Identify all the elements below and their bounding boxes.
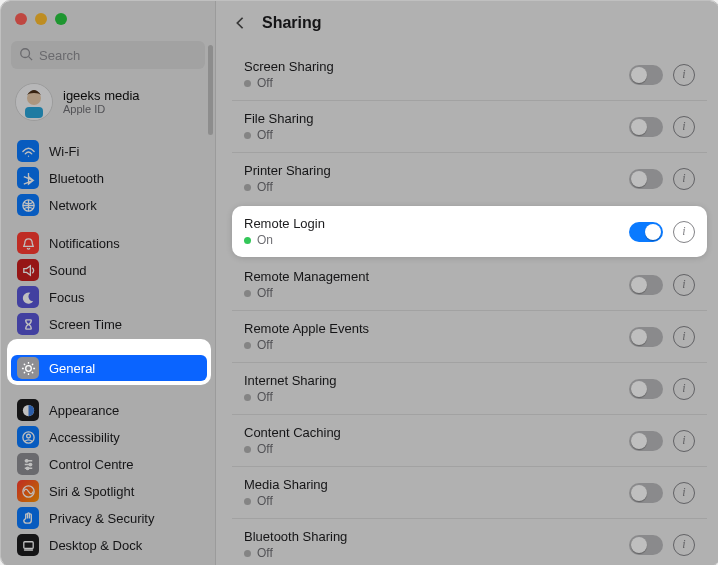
toggle-printer-sharing[interactable] (629, 169, 663, 189)
sidebar-item-wifi[interactable]: Wi-Fi (11, 138, 207, 164)
back-button[interactable] (228, 11, 252, 35)
info-button-content-caching[interactable]: i (673, 430, 695, 452)
sharing-list: Screen SharingOffiFile SharingOffiPrinte… (216, 49, 718, 565)
toggle-internet-sharing[interactable] (629, 379, 663, 399)
row-controls: i (629, 168, 695, 190)
info-button-remote-login[interactable]: i (673, 221, 695, 243)
sidebar-item-siri[interactable]: Siri & Spotlight (11, 478, 207, 504)
svg-point-10 (25, 459, 27, 461)
info-button-printer-sharing[interactable]: i (673, 168, 695, 190)
row-remote-login[interactable]: Remote LoginOni (232, 206, 707, 257)
info-icon: i (682, 171, 685, 186)
svg-rect-14 (23, 541, 32, 548)
hourglass-icon-tile (17, 313, 39, 335)
sidebar-item-notifications[interactable]: Notifications (11, 230, 207, 256)
info-button-remote-management[interactable]: i (673, 274, 695, 296)
sidebar-scrollbar[interactable] (208, 45, 213, 135)
info-button-bluetooth-sharing[interactable]: i (673, 534, 695, 556)
status-text: On (257, 233, 273, 247)
person-icon-tile (17, 426, 39, 448)
sidebar-item-label: Control Centre (49, 457, 134, 472)
info-button-media-sharing[interactable]: i (673, 482, 695, 504)
wifi-icon (21, 144, 36, 159)
status-text: Off (257, 546, 273, 560)
toggle-file-sharing[interactable] (629, 117, 663, 137)
hand-icon-tile (17, 507, 39, 529)
row-content-caching[interactable]: Content CachingOffi (232, 414, 707, 466)
svg-point-0 (21, 49, 30, 58)
close-window-button[interactable] (15, 13, 27, 25)
row-screen-sharing[interactable]: Screen SharingOffi (232, 49, 707, 100)
row-media-sharing[interactable]: Media SharingOffi (232, 466, 707, 518)
bt-icon (21, 171, 36, 186)
zoom-window-button[interactable] (55, 13, 67, 25)
avatar (15, 83, 53, 121)
apple-id-account-row[interactable]: igeeks media Apple ID (1, 79, 215, 133)
search-input[interactable] (11, 41, 205, 69)
row-title: Remote Management (244, 269, 629, 284)
minimize-window-button[interactable] (35, 13, 47, 25)
sidebar-item-label: Appearance (49, 403, 119, 418)
sidebar-item-desktop[interactable]: Desktop & Dock (11, 532, 207, 558)
toggle-content-caching[interactable] (629, 431, 663, 451)
svg-rect-15 (23, 549, 32, 550)
wifi-icon-tile (17, 140, 39, 162)
row-title: Bluetooth Sharing (244, 529, 629, 544)
account-text: igeeks media Apple ID (63, 88, 140, 117)
hand-icon (21, 511, 36, 526)
sidebar-item-privacy[interactable]: Privacy & Security (11, 505, 207, 531)
status-text: Off (257, 180, 273, 194)
row-bluetooth-sharing[interactable]: Bluetooth SharingOffi (232, 518, 707, 565)
row-printer-sharing[interactable]: Printer SharingOffi (232, 152, 707, 204)
sidebar-item-sound[interactable]: Sound (11, 257, 207, 283)
toggle-bluetooth-sharing[interactable] (629, 535, 663, 555)
sidebar-item-general[interactable]: General (11, 355, 207, 381)
siri-icon (21, 484, 36, 499)
row-remote-management[interactable]: Remote ManagementOffi (232, 259, 707, 310)
info-button-screen-sharing[interactable]: i (673, 64, 695, 86)
page-title: Sharing (262, 14, 322, 32)
row-remote-apple-events[interactable]: Remote Apple EventsOffi (232, 310, 707, 362)
toggle-remote-management[interactable] (629, 275, 663, 295)
sidebar-item-appearance[interactable]: Appearance (11, 397, 207, 423)
row-file-sharing[interactable]: File SharingOffi (232, 100, 707, 152)
row-text: Remote ManagementOff (244, 269, 629, 300)
sidebar-item-focus[interactable]: Focus (11, 284, 207, 310)
sidebar-item-accessibility[interactable]: Accessibility (11, 424, 207, 450)
info-icon: i (682, 537, 685, 552)
row-internet-sharing[interactable]: Internet SharingOffi (232, 362, 707, 414)
toggle-knob (631, 485, 647, 501)
row-status: Off (244, 442, 629, 456)
toggle-knob (631, 171, 647, 187)
sidebar-item-screentime[interactable]: Screen Time (11, 311, 207, 337)
appearance-icon-tile (17, 399, 39, 421)
info-icon: i (682, 277, 685, 292)
gear-icon-tile (17, 357, 39, 379)
sidebar-item-controlcentre[interactable]: Control Centre (11, 451, 207, 477)
sidebar-item-label: Notifications (49, 236, 120, 251)
row-controls: i (629, 64, 695, 86)
row-status: Off (244, 494, 629, 508)
row-controls: i (629, 378, 695, 400)
toggle-remote-apple-events[interactable] (629, 327, 663, 347)
toggle-knob (645, 224, 661, 240)
row-text: Remote LoginOn (244, 216, 629, 247)
bell-icon (21, 236, 36, 251)
row-text: Media SharingOff (244, 477, 629, 508)
row-controls: i (629, 534, 695, 556)
bt-icon-tile (17, 167, 39, 189)
gear-icon (21, 361, 36, 376)
info-button-internet-sharing[interactable]: i (673, 378, 695, 400)
svg-point-9 (26, 434, 30, 438)
info-button-remote-apple-events[interactable]: i (673, 326, 695, 348)
row-status: Off (244, 128, 629, 142)
info-button-file-sharing[interactable]: i (673, 116, 695, 138)
toggle-screen-sharing[interactable] (629, 65, 663, 85)
dock-icon-tile (17, 534, 39, 556)
toggle-remote-login[interactable] (629, 222, 663, 242)
sidebar-item-label: Accessibility (49, 430, 120, 445)
sidebar-item-bluetooth[interactable]: Bluetooth (11, 165, 207, 191)
sidebar-item-network[interactable]: Network (11, 192, 207, 218)
row-controls: i (629, 221, 695, 243)
toggle-media-sharing[interactable] (629, 483, 663, 503)
